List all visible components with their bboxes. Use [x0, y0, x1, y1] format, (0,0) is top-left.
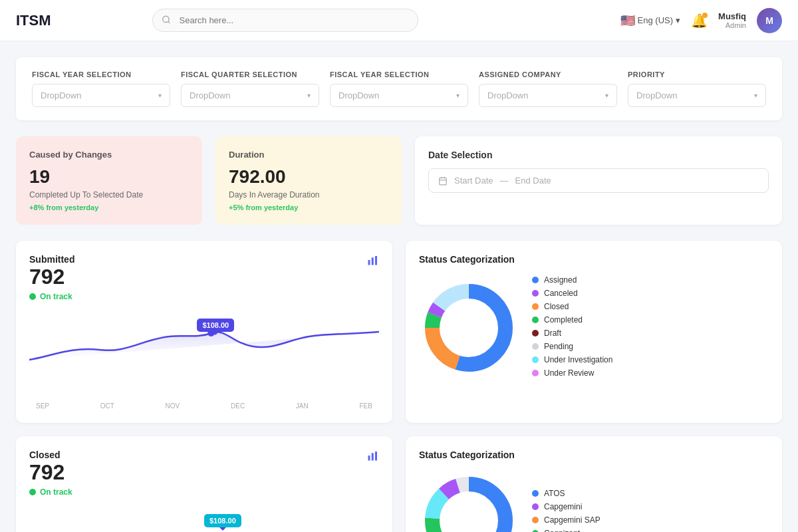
legend-item-assigned: Assigned [532, 275, 769, 285]
status-cat-2-title: Status Categorization [419, 450, 769, 460]
dropdown-assigned-company[interactable]: DropDown ▾ [479, 84, 617, 107]
start-date-placeholder: Start Date [454, 176, 493, 186]
card-date-selection: Date Selection Start Date — End Date [415, 136, 782, 225]
chart-bar-icon[interactable] [367, 254, 379, 269]
legend-dot [532, 277, 539, 283]
user-name: Musfiq [718, 11, 746, 21]
filter-row: FISCAL YEAR SELECTION DropDown ▾ FISCAL … [16, 57, 782, 120]
chart-closed-svg: $108.00 [29, 502, 379, 532]
donut-chart-1 [419, 278, 519, 380]
search-input[interactable] [152, 9, 418, 32]
svg-point-0 [162, 16, 168, 22]
chart-submitted-svg: $108.00 [29, 307, 379, 400]
search-icon [162, 15, 171, 26]
chart-submitted-title: Submitted 792 On track [29, 254, 74, 301]
filter-fiscal-year-2: FISCAL YEAR SELECTION DropDown ▾ [330, 70, 468, 107]
filter-label-4: ASSIGNED COMPANY [479, 70, 617, 78]
chart-closed-header: Closed 792 On track [29, 450, 379, 497]
language-selector[interactable]: 🇺🇸 Eng (US) ▾ [620, 13, 680, 28]
card-title-changes: Caused by Changes [29, 150, 189, 160]
card-caused-by-changes: Caused by Changes 19 Completed Up To Sel… [16, 136, 202, 225]
dropdown-fiscal-year-2[interactable]: DropDown ▾ [330, 84, 468, 107]
svg-rect-8 [375, 256, 377, 265]
charts-grid-1: Submitted 792 On track $108.00 [16, 241, 782, 423]
legend-item-cognizant: Cognizant [532, 529, 769, 533]
main-content: FISCAL YEAR SELECTION DropDown ▾ FISCAL … [0, 41, 798, 532]
language-label: Eng (US) [638, 15, 673, 25]
svg-rect-7 [372, 257, 374, 265]
app-logo: ITSM [16, 12, 51, 29]
filter-fiscal-quarter: FISCAL QUARTER SELECTION DropDown ▾ [181, 70, 319, 107]
user-role: Admin [718, 21, 746, 29]
on-track-dot [29, 293, 36, 300]
legend-dot [532, 330, 539, 336]
chevron-down-icon: ▾ [158, 92, 162, 99]
calendar-icon [438, 176, 448, 186]
chart-closed-title-group: Closed 792 On track [29, 450, 72, 497]
charts-grid-2: Closed 792 On track $108.00 [16, 436, 782, 532]
card-number-changes: 19 [29, 166, 189, 188]
end-date-placeholder: End Date [515, 176, 551, 186]
dropdown-priority[interactable]: DropDown ▾ [628, 84, 766, 107]
legend-dot [532, 317, 539, 323]
chart-tooltip-submitted: $108.00 [197, 319, 234, 332]
legend-dot [532, 530, 539, 533]
dropdown-fiscal-year-1[interactable]: DropDown ▾ [32, 84, 170, 107]
legend-item-under-investigation: Under Investigation [532, 355, 769, 364]
stats-cards-row: Caused by Changes 19 Completed Up To Sel… [16, 136, 782, 225]
flag-icon: 🇺🇸 [620, 13, 635, 28]
legend-item-canceled: Canceled [532, 289, 769, 298]
legend-dot [532, 303, 539, 310]
legend-item-completed: Completed [532, 315, 769, 325]
date-range-dash: — [500, 176, 509, 186]
legend-dot [532, 517, 539, 523]
chart-status-2: Status Categorization [406, 436, 782, 532]
svg-rect-2 [440, 178, 447, 185]
notification-dot [702, 13, 708, 18]
chevron-down-icon: ▾ [676, 15, 680, 25]
chart-submitted: Submitted 792 On track $108.00 [16, 241, 392, 423]
chevron-down-icon: ▾ [605, 92, 608, 99]
card-change-duration: +5% from yesterday [229, 203, 388, 211]
card-sub-changes: Completed Up To Selected Date [29, 190, 189, 200]
avatar[interactable]: M [757, 8, 782, 33]
submitted-on-track: On track [29, 292, 74, 301]
user-info: Musfiq Admin [718, 11, 746, 29]
chart-bar-icon-closed[interactable] [367, 450, 379, 465]
notifications-bell[interactable]: 🔔 [691, 13, 708, 29]
legend-dot [532, 503, 539, 510]
legend-2: ATOS Capgemini Capgemini SAP Cognizant [532, 489, 769, 533]
chevron-down-icon: ▾ [307, 92, 311, 99]
filter-fiscal-year-1: FISCAL YEAR SELECTION DropDown ▾ [32, 70, 170, 107]
dropdown-value-1: DropDown [41, 90, 81, 100]
chart-closed: Closed 792 On track $108.00 [16, 436, 392, 532]
donut-section-2: ATOS Capgemini Capgemini SAP Cognizant [419, 471, 769, 532]
legend-dot [532, 290, 539, 297]
search-bar [152, 9, 418, 32]
legend-item-under-review: Under Review [532, 368, 769, 378]
filter-label-1: FISCAL YEAR SELECTION [32, 70, 170, 78]
chart-submitted-labels: SEP OCT NOV DEC JAN FEB [29, 402, 379, 410]
card-change-changes: +8% from yesterday [29, 203, 189, 211]
legend-item-capgemini: Capgemini [532, 502, 769, 511]
svg-rect-6 [368, 260, 370, 265]
header: ITSM 🇺🇸 Eng (US) ▾ 🔔 Musfiq Admin M [0, 0, 798, 41]
legend-dot [532, 356, 539, 363]
svg-line-1 [168, 21, 170, 23]
filter-label-3: FISCAL YEAR SELECTION [330, 70, 468, 78]
dropdown-value-2: DropDown [190, 90, 230, 100]
card-duration: Duration 792.00 Days In Average Duration… [215, 136, 402, 225]
date-picker[interactable]: Start Date — End Date [428, 168, 769, 193]
card-number-duration: 792.00 [229, 166, 388, 188]
dropdown-fiscal-quarter[interactable]: DropDown ▾ [181, 84, 319, 107]
filter-priority: PRIORITY DropDown ▾ [628, 70, 766, 107]
on-track-dot [29, 489, 36, 495]
chevron-down-icon: ▾ [456, 92, 460, 99]
dropdown-value-3: DropDown [338, 90, 379, 100]
donut-chart-2 [419, 471, 519, 532]
card-sub-duration: Days In Average Duration [229, 190, 388, 200]
dropdown-value-4: DropDown [487, 90, 528, 100]
chevron-down-icon: ▾ [754, 92, 757, 99]
legend-item-pending: Pending [532, 342, 769, 351]
svg-rect-18 [375, 452, 377, 461]
